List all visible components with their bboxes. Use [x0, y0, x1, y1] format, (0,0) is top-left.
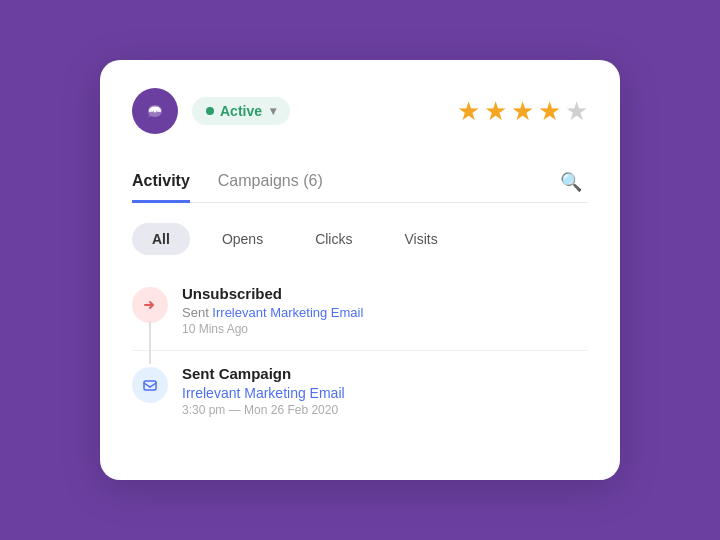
tab-campaigns[interactable]: Campaigns (6) [218, 162, 323, 203]
unsubscribe-icon [132, 287, 168, 323]
campaign-title: Sent Campaign [182, 365, 588, 382]
star-5[interactable]: ★ [565, 96, 588, 127]
activity-time: 10 Mins Ago [182, 322, 588, 336]
search-icon[interactable]: 🔍 [554, 165, 588, 199]
activity-item-unsubscribe: Unsubscribed Sent Irrelevant Marketing E… [132, 271, 588, 351]
filter-all[interactable]: All [132, 223, 190, 255]
activity-link[interactable]: Irrelevant Marketing Email [212, 305, 363, 320]
star-rating[interactable]: ★ ★ ★ ★ ★ [457, 96, 588, 127]
star-3[interactable]: ★ [511, 96, 534, 127]
tab-activity[interactable]: Activity [132, 162, 190, 203]
status-label: Active [220, 103, 262, 119]
star-1[interactable]: ★ [457, 96, 480, 127]
activity-item-campaign: Sent Campaign Irrelevant Marketing Email… [132, 351, 588, 431]
campaign-icon [132, 367, 168, 403]
status-badge[interactable]: Active ▾ [192, 97, 290, 125]
star-2[interactable]: ★ [484, 96, 507, 127]
activity-list: Unsubscribed Sent Irrelevant Marketing E… [132, 271, 588, 431]
activity-content-unsubscribe: Unsubscribed Sent Irrelevant Marketing E… [182, 285, 588, 336]
activity-desc: Sent Irrelevant Marketing Email [182, 305, 588, 320]
filter-bar: All Opens Clicks Visits [132, 203, 588, 271]
avatar [132, 88, 178, 134]
filter-visits[interactable]: Visits [384, 223, 457, 255]
activity-content-campaign: Sent Campaign Irrelevant Marketing Email… [182, 365, 588, 417]
status-dot [206, 107, 214, 115]
tab-bar: Activity Campaigns (6) 🔍 [132, 162, 588, 203]
star-4[interactable]: ★ [538, 96, 561, 127]
campaign-link[interactable]: Irrelevant Marketing Email [182, 385, 588, 401]
header-left: Active ▾ [132, 88, 290, 134]
main-card: Active ▾ ★ ★ ★ ★ ★ Activity Campaigns (6… [100, 60, 620, 480]
activity-title: Unsubscribed [182, 285, 588, 302]
activity-desc-prefix: Sent [182, 305, 212, 320]
svg-rect-2 [144, 381, 156, 390]
chevron-down-icon: ▾ [270, 104, 276, 118]
campaign-time: 3:30 pm — Mon 26 Feb 2020 [182, 403, 588, 417]
svg-point-1 [154, 110, 157, 113]
filter-opens[interactable]: Opens [202, 223, 283, 255]
card-header: Active ▾ ★ ★ ★ ★ ★ [132, 88, 588, 134]
filter-clicks[interactable]: Clicks [295, 223, 372, 255]
